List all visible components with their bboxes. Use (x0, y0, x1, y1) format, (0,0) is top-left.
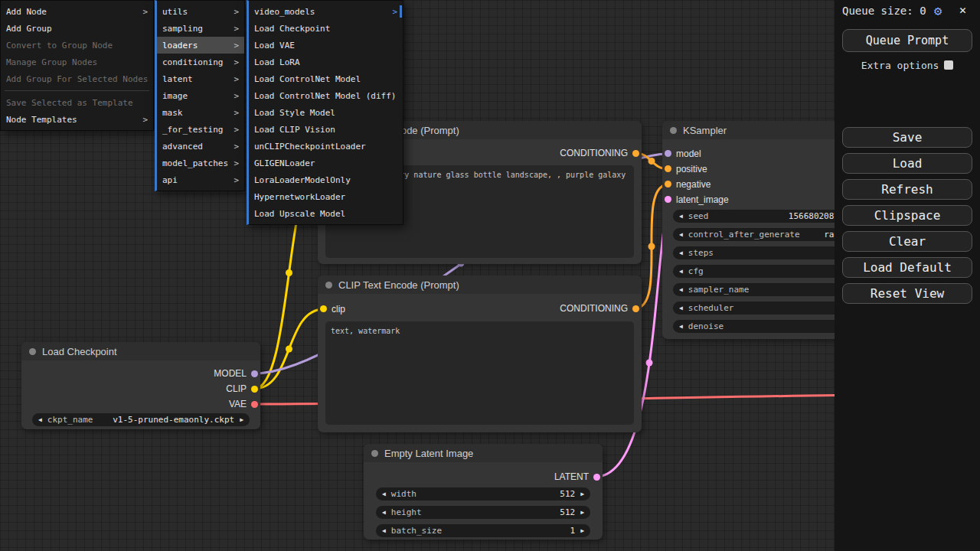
prev-value-icon[interactable]: ◀ (38, 417, 42, 423)
menu-item-save-selected-as-template[interactable]: Save Selected as Template (1, 94, 153, 111)
prev-value-icon[interactable]: ◀ (382, 491, 386, 497)
menu-label: Add Group (6, 24, 52, 34)
height-widget[interactable]: ◀ height 512 ▶ (376, 506, 590, 519)
prev-value-icon[interactable]: ◀ (382, 510, 386, 516)
menu-item-utils[interactable]: utils > (157, 3, 244, 20)
prev-value-icon[interactable]: ◀ (679, 305, 683, 311)
menu-item-add-node[interactable]: Add Node > (1, 3, 153, 20)
negative-input-port[interactable] (665, 181, 671, 187)
ckpt-name-widget[interactable]: ◀ ckpt_name v1-5-pruned-emaonly.ckpt ▶ (32, 413, 250, 426)
menu-item-advanced[interactable]: advanced > (157, 138, 244, 155)
positive-input-port[interactable] (665, 165, 671, 172)
menu-item-add-group[interactable]: Add Group (1, 20, 153, 37)
ksampler-node[interactable]: KSampler model positive negative latent_… (662, 121, 861, 339)
menu-item-add-group-for-selected[interactable]: Add Group For Selected Nodes (1, 70, 153, 87)
clip-input-port[interactable] (320, 305, 327, 312)
menu-item-model-patches[interactable]: model_patches > (157, 155, 244, 171)
menu-label: Load ControlNet Model (254, 74, 361, 84)
sampler-name-widget[interactable]: ◀ sampler_name (673, 283, 851, 296)
empty-latent-image-node[interactable]: Empty Latent Image LATENT ◀ width 512 ▶ … (364, 444, 603, 540)
menu-item-load-style-model[interactable]: Load Style Model (249, 104, 403, 121)
prev-value-icon[interactable]: ◀ (679, 250, 683, 256)
denoise-widget[interactable]: ◀ denoise (673, 320, 851, 333)
clip-text-encode-node-2[interactable]: CLIP Text Encode (Prompt) clip CONDITION… (318, 276, 642, 432)
conditioning-output-port[interactable] (632, 150, 639, 157)
node-collapse-dot[interactable] (371, 450, 378, 457)
prev-value-icon[interactable]: ◀ (679, 232, 683, 238)
seed-widget[interactable]: ◀ seed 1566802087 (673, 210, 851, 223)
menu-item-loaders[interactable]: loaders > (157, 37, 244, 54)
menu-item-manage-group-nodes[interactable]: Manage Group Nodes (1, 54, 153, 70)
menu-item-api[interactable]: api > (157, 171, 244, 188)
widget-value: 1 (570, 526, 576, 536)
model-input-port[interactable] (665, 150, 671, 157)
close-panel-icon[interactable]: ✕ (959, 3, 966, 17)
menu-item-load-checkpoint[interactable]: Load Checkpoint (249, 20, 403, 37)
menu-item-conditioning[interactable]: conditioning > (157, 54, 244, 70)
extra-options-checkbox[interactable] (944, 60, 953, 70)
width-widget[interactable]: ◀ width 512 ▶ (376, 487, 590, 500)
prev-value-icon[interactable]: ◀ (679, 214, 683, 220)
menu-item-latent[interactable]: latent > (157, 70, 244, 87)
node-collapse-dot[interactable] (29, 348, 36, 355)
node-title-bar[interactable]: Load Checkpoint (21, 342, 260, 360)
node-collapse-dot[interactable] (670, 127, 677, 134)
menu-label: api (162, 175, 178, 185)
control-after-generate-widget[interactable]: ◀ control_after_generate ran (673, 228, 851, 241)
menu-item-load-lora[interactable]: Load LoRA (249, 54, 403, 70)
refresh-button[interactable]: Refresh (842, 179, 972, 200)
queue-prompt-button[interactable]: Queue Prompt (842, 29, 972, 52)
menu-item-mask[interactable]: mask > (157, 104, 244, 121)
settings-gear-icon[interactable]: ⚙ (934, 3, 942, 18)
next-value-icon[interactable]: ▶ (580, 528, 584, 534)
menu-item-sampling[interactable]: sampling > (157, 20, 244, 37)
latent-output-port[interactable] (593, 474, 600, 481)
menu-item-load-vae[interactable]: Load VAE (249, 37, 403, 54)
scheduler-widget[interactable]: ◀ scheduler (673, 302, 851, 315)
prompt-textarea[interactable]: text, watermark (325, 321, 634, 425)
model-output-port[interactable] (251, 370, 258, 377)
menu-item-load-upscale-model[interactable]: Load Upscale Model (249, 205, 403, 222)
load-button[interactable]: Load (842, 153, 972, 174)
clip-output-port[interactable] (251, 386, 258, 393)
menu-item-hypernetwork-loader[interactable]: HypernetworkLoader (249, 188, 403, 205)
menu-item-load-controlnet-model[interactable]: Load ControlNet Model (249, 70, 403, 87)
model-output-label: MODEL (214, 368, 247, 379)
menu-item-convert-to-group-node[interactable]: Convert to Group Node (1, 37, 153, 54)
steps-widget[interactable]: ◀ steps (673, 246, 851, 259)
save-button[interactable]: Save (842, 127, 972, 148)
menu-item-image[interactable]: image > (157, 87, 244, 104)
menu-item-load-clip-vision[interactable]: Load CLIP Vision (249, 121, 403, 138)
next-value-icon[interactable]: ▶ (580, 491, 584, 497)
reset-view-button[interactable]: Reset View (842, 283, 972, 304)
latent-image-input-port[interactable] (665, 196, 671, 203)
clipspace-button[interactable]: Clipspace (842, 205, 972, 226)
menu-item-lora-loader-model-only[interactable]: LoraLoaderModelOnly (249, 171, 403, 188)
cfg-widget[interactable]: ◀ cfg (673, 265, 851, 278)
prev-value-icon[interactable]: ◀ (679, 287, 683, 293)
menu-item-for-testing[interactable]: _for_testing > (157, 121, 244, 138)
prev-value-icon[interactable]: ◀ (382, 528, 386, 534)
menu-item-gligen-loader[interactable]: GLIGENLoader (249, 155, 403, 171)
prev-value-icon[interactable]: ◀ (679, 269, 683, 275)
menu-item-video-models[interactable]: video_models > (249, 3, 403, 20)
node-title-bar[interactable]: KSampler (662, 121, 861, 139)
menu-item-unclip-checkpoint-loader[interactable]: unCLIPCheckpointLoader (249, 138, 403, 155)
menu-label: model_patches (162, 158, 228, 168)
prev-value-icon[interactable]: ◀ (679, 324, 683, 330)
vae-output-port[interactable] (251, 401, 258, 408)
menu-item-load-controlnet-model-diff[interactable]: Load ControlNet Model (diff) (249, 87, 403, 104)
conditioning-output-port[interactable] (632, 305, 639, 312)
loaders-submenu: video_models > Load Checkpoint Load VAE … (247, 0, 403, 225)
load-checkpoint-node[interactable]: Load Checkpoint MODEL CLIP VAE ◀ ckpt_na… (21, 342, 260, 429)
load-default-button[interactable]: Load Default (842, 257, 972, 278)
node-title-bar[interactable]: Empty Latent Image (364, 444, 603, 462)
batch-size-widget[interactable]: ◀ batch_size 1 ▶ (376, 524, 590, 537)
node-collapse-dot[interactable] (325, 282, 332, 289)
next-value-icon[interactable]: ▶ (580, 510, 584, 516)
next-value-icon[interactable]: ▶ (240, 417, 243, 423)
menu-label: Load Style Model (254, 108, 335, 118)
clear-button[interactable]: Clear (842, 231, 972, 252)
node-title-bar[interactable]: CLIP Text Encode (Prompt) (318, 276, 642, 294)
menu-item-node-templates[interactable]: Node Templates > (1, 111, 153, 128)
